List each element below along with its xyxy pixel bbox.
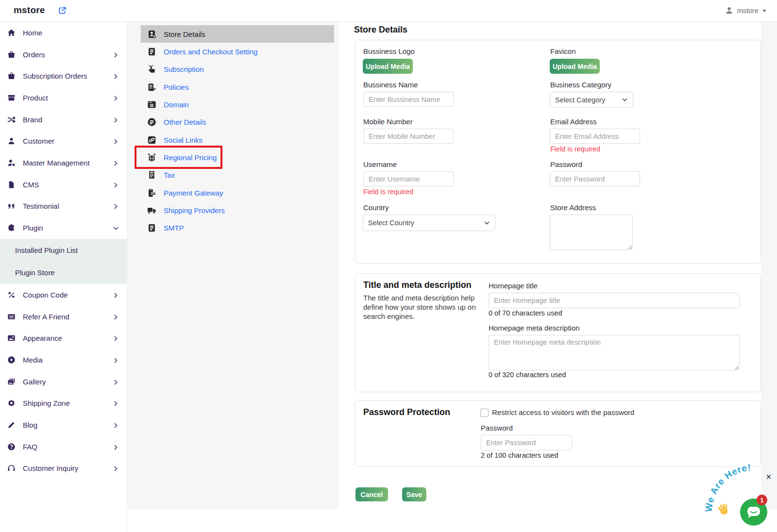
homepage-title-input[interactable] bbox=[489, 293, 740, 308]
sidebar-item-refer-a-friend[interactable]: Refer A Friend bbox=[0, 306, 127, 328]
top-header: mstore mstore bbox=[0, 0, 777, 22]
chevron-right-icon bbox=[113, 203, 119, 209]
truck-icon bbox=[147, 206, 157, 215]
chevron-right-icon bbox=[113, 444, 119, 450]
settings-tab-orders-and-checkout-setting[interactable]: Orders and Checkout Setting bbox=[141, 43, 334, 60]
headset-icon bbox=[7, 464, 17, 472]
chevron-right-icon bbox=[113, 95, 119, 101]
sidebar-item-cms[interactable]: CMS bbox=[0, 174, 127, 196]
country-select[interactable]: Select Country bbox=[363, 215, 495, 231]
chevron-right-icon bbox=[113, 314, 119, 320]
settings-tab-payment-gateway[interactable]: Payment Gateway bbox=[141, 184, 334, 201]
svg-text:TAX: TAX bbox=[151, 172, 153, 174]
archive-icon bbox=[7, 94, 17, 102]
homepage-meta-label: Homepage meta description bbox=[489, 324, 580, 332]
store-address-textarea[interactable] bbox=[550, 215, 633, 250]
sidebar: Home Orders Subscription Orders Product bbox=[0, 22, 127, 532]
mobile-number-input[interactable] bbox=[363, 129, 454, 144]
chevron-right-icon bbox=[113, 116, 119, 123]
upload-logo-button[interactable]: Upload Media bbox=[363, 59, 413, 74]
cancel-button[interactable]: Cancel bbox=[355, 487, 388, 501]
person-icon bbox=[7, 137, 17, 145]
settings-nav: $ Store Details Orders and Checkout Sett… bbox=[141, 25, 334, 237]
settings-tab-store-details[interactable]: $ Store Details bbox=[141, 25, 334, 43]
settings-tab-subscription[interactable]: Subscription bbox=[141, 61, 334, 78]
chevron-right-icon bbox=[113, 465, 119, 471]
email-address-label: Email Address bbox=[550, 117, 597, 126]
svg-text:1: 1 bbox=[760, 497, 764, 504]
chevron-right-icon bbox=[113, 51, 119, 58]
restrict-access-checkbox[interactable] bbox=[480, 409, 489, 417]
homepage-meta-textarea[interactable] bbox=[489, 335, 740, 370]
waving-hand-icon bbox=[717, 502, 730, 516]
protection-password-input[interactable] bbox=[481, 435, 572, 450]
sidebar-item-installed-plugin-list[interactable]: Installed Plugin List bbox=[0, 239, 127, 262]
external-link-icon[interactable] bbox=[58, 6, 67, 15]
business-name-label: Bussiness Name bbox=[363, 81, 418, 89]
chevron-right-icon bbox=[113, 335, 119, 341]
chevron-right-icon bbox=[113, 292, 119, 298]
question-circle-icon bbox=[7, 443, 17, 451]
chevron-right-icon bbox=[113, 422, 119, 428]
chevron-down-icon bbox=[113, 225, 119, 231]
sidebar-item-orders[interactable]: Orders bbox=[0, 44, 127, 66]
chat-close-icon[interactable]: × bbox=[766, 472, 772, 482]
settings-tab-social-links[interactable]: Social Links bbox=[141, 131, 334, 149]
circle-list-icon bbox=[147, 117, 157, 127]
business-category-select[interactable]: Select Category bbox=[550, 92, 633, 108]
sidebar-item-plugin[interactable]: Plugin bbox=[0, 217, 127, 239]
sidebar-item-coupon-code[interactable]: Coupon Code bbox=[0, 284, 127, 306]
user-menu[interactable]: mstore bbox=[725, 6, 766, 15]
sidebar-item-shipping-zone[interactable]: Shipping Zone bbox=[0, 393, 127, 415]
sidebar-item-gallery[interactable]: Gallery bbox=[0, 371, 127, 393]
sidebar-item-product[interactable]: Product bbox=[0, 87, 127, 109]
svg-text:$: $ bbox=[153, 35, 155, 38]
sidebar-item-home[interactable]: Home bbox=[0, 22, 127, 44]
sidebar-item-customer[interactable]: Customer bbox=[0, 130, 127, 152]
svg-text:$: $ bbox=[154, 154, 155, 156]
bag-icon bbox=[7, 50, 17, 59]
chat-unread-badge: 1 bbox=[757, 495, 767, 505]
country-label: Country bbox=[363, 203, 389, 212]
protection-password-label: Password bbox=[481, 424, 513, 432]
chain-link-icon bbox=[147, 135, 157, 145]
sidebar-item-testimonial[interactable]: Testimonial bbox=[0, 196, 127, 217]
settings-tab-policies[interactable]: Policies bbox=[141, 78, 334, 96]
upload-favicon-button[interactable]: Upload Media bbox=[550, 59, 600, 74]
chevron-right-icon bbox=[113, 400, 119, 406]
email-address-input[interactable] bbox=[550, 129, 640, 144]
password-input[interactable] bbox=[550, 171, 640, 186]
sidebar-item-subscription-orders[interactable]: Subscription Orders bbox=[0, 65, 127, 87]
bag-icon bbox=[7, 72, 17, 80]
settings-tab-other-details[interactable]: Other Details bbox=[141, 114, 334, 131]
puzzle-icon bbox=[7, 224, 17, 232]
user-menu-name: mstore bbox=[737, 7, 759, 15]
homepage-title-counter: 0 of 70 characters used bbox=[489, 309, 562, 317]
quote-icon bbox=[7, 202, 17, 210]
shuffle-icon bbox=[7, 116, 17, 124]
sidebar-item-media[interactable]: Media bbox=[0, 349, 127, 371]
sidebar-item-master-management[interactable]: Master Management bbox=[0, 152, 127, 174]
sidebar-item-brand[interactable]: Brand bbox=[0, 109, 127, 131]
sidebar-item-faq[interactable]: FAQ bbox=[0, 436, 127, 458]
settings-tab-regional-pricing[interactable]: $$ Regional Pricing bbox=[141, 149, 334, 166]
sidebar-item-customer-inquiry[interactable]: Customer Inquiry bbox=[0, 458, 127, 480]
hand-pointer-icon bbox=[147, 65, 157, 74]
password-label: Password bbox=[550, 160, 582, 168]
homepage-meta-counter: 0 of 320 characters used bbox=[489, 371, 566, 379]
business-name-input[interactable] bbox=[363, 92, 454, 107]
username-required-error: Field is required bbox=[363, 188, 413, 196]
sidebar-item-blog[interactable]: Blog bbox=[0, 414, 127, 436]
settings-tab-smtp[interactable]: SMTP bbox=[141, 219, 334, 237]
username-input[interactable] bbox=[363, 171, 454, 186]
document-icon bbox=[7, 181, 17, 189]
settings-tab-domain[interactable]: Domain bbox=[141, 96, 334, 113]
sidebar-item-appearance[interactable]: Appearance bbox=[0, 327, 127, 349]
sidebar-item-plugin-store[interactable]: Plugin Store bbox=[0, 261, 127, 284]
settings-tab-tax[interactable]: TAX Tax bbox=[141, 166, 334, 184]
settings-tab-shipping-providers[interactable]: Shipping Providers bbox=[141, 201, 334, 219]
app-logo: mstore bbox=[14, 5, 45, 16]
save-button[interactable]: Save bbox=[402, 487, 426, 501]
protection-password-counter: 2 of 100 characters used bbox=[481, 451, 558, 459]
list-doc-icon bbox=[147, 223, 157, 233]
